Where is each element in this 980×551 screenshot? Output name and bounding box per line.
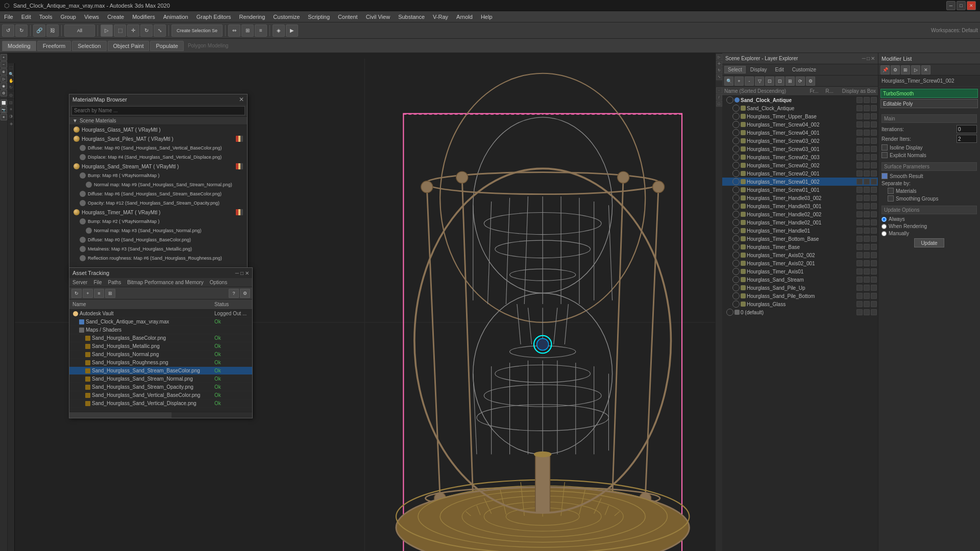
hierarchy-icon[interactable]: ⊗: [1, 68, 7, 75]
tree-visibility-icon[interactable]: [732, 211, 740, 218]
at-row[interactable]: Sand_Hourglass_Sand_Stream_Normal.pngOk: [69, 375, 252, 383]
menu-item-content[interactable]: Content: [334, 11, 362, 22]
menu-item-graph-editors[interactable]: Graph Editors: [192, 11, 235, 22]
at-file-menu[interactable]: File: [90, 278, 105, 287]
at-help-btn[interactable]: ?: [229, 289, 239, 298]
mat-timer-normal[interactable]: Normal map: Map #3 (Sand_Hourglass_Norma…: [69, 226, 247, 235]
select-link-button[interactable]: 🔗: [33, 24, 45, 37]
explicit-checkbox[interactable]: [881, 152, 888, 158]
layer-manager-button[interactable]: ≡: [255, 24, 267, 37]
asset-tracking-header[interactable]: Asset Tracking ─ □ ✕: [69, 268, 252, 278]
mod-history-btn[interactable]: ⊞: [901, 65, 910, 74]
at-scrollbar[interactable]: [69, 412, 252, 418]
scale-button[interactable]: ⤡: [154, 24, 166, 37]
tree-visibility-icon[interactable]: [732, 292, 740, 299]
material-search-input[interactable]: [71, 106, 245, 115]
always-radio[interactable]: [881, 217, 887, 222]
menu-item-animation[interactable]: Animation: [159, 11, 192, 22]
tree-item[interactable]: Hourglass_Sand_Stream: [722, 276, 878, 284]
render-icon[interactable]: ⬜: [1, 99, 7, 106]
at-paths-menu[interactable]: Paths: [105, 278, 125, 287]
menu-item-edit[interactable]: Edit: [17, 11, 35, 22]
mat-hourglass-glass[interactable]: Hourglass_Glass_MAT ( VRayMtl ): [69, 125, 247, 134]
se-sync-btn[interactable]: ⟳: [796, 77, 805, 86]
utilities-icon[interactable]: ⚙: [1, 90, 7, 96]
redo-button[interactable]: ↻: [15, 24, 28, 37]
mat-timer[interactable]: Hourglass_Timer_MAT ( VRayMtl ): [69, 208, 247, 217]
se-collapse-btn[interactable]: -: [745, 77, 754, 86]
rotate-button[interactable]: ↻: [140, 24, 153, 37]
at-row[interactable]: Sand_Hourglass_Normal.pngOk: [69, 350, 252, 359]
tree-visibility-icon[interactable]: [732, 129, 740, 136]
menu-item-tools[interactable]: Tools: [35, 11, 57, 22]
se-select-none-btn[interactable]: ⊡: [775, 77, 785, 86]
tree-item[interactable]: Hourglass_Sand_Pile_Up: [722, 284, 878, 292]
mat-timer-bump[interactable]: Bump: Map #2 ( VRayNormalMap ): [69, 217, 247, 226]
tree-item[interactable]: Hourglass_Timer_Handle03_002: [722, 194, 878, 202]
menu-item-customize[interactable]: Customize: [269, 11, 304, 22]
tree-visibility-icon[interactable]: [732, 105, 740, 112]
tree-visibility-icon[interactable]: [732, 162, 740, 169]
display-icon[interactable]: ◉: [1, 83, 7, 89]
orbit-icon[interactable]: ↻: [8, 84, 14, 90]
tree-item[interactable]: Hourglass_Timer_Handle02_002: [722, 210, 878, 218]
lighting-icon[interactable]: ☀: [8, 106, 14, 112]
zoom-extents-icon[interactable]: ⬚: [8, 64, 14, 70]
menu-item-file[interactable]: File: [0, 11, 17, 22]
at-settings-btn[interactable]: ⚙: [240, 289, 250, 298]
at-options-menu[interactable]: Options: [207, 278, 230, 287]
mod-configure-btn[interactable]: ⚙: [891, 65, 900, 74]
mod-turbosmooth[interactable]: TurboSmooth: [880, 89, 978, 98]
at-view-thumb-btn[interactable]: ⊞: [105, 289, 115, 298]
maximize-button[interactable]: □: [957, 1, 966, 10]
menu-item-help[interactable]: Help: [477, 11, 497, 22]
mat-sand-piles[interactable]: Hourglass_Sand_Piles_MAT ( VRayMtl ): [69, 134, 247, 143]
render-frame-button[interactable]: ▶: [286, 24, 298, 37]
mat-stream-diffuse[interactable]: Diffuse: Map #6 (Sand_Hourglass_Sand_Str…: [69, 189, 247, 198]
shadow-icon[interactable]: ◑: [8, 113, 14, 119]
at-row[interactable]: Sand_Hourglass_Sand_Stream_BaseColor.png…: [69, 367, 252, 375]
mat-sand-piles-diffuse[interactable]: Diffuse: Map #0 (Sand_Hourglass_Sand_Ver…: [69, 143, 247, 153]
menu-item-modifiers[interactable]: Modifiers: [128, 11, 159, 22]
create-selection-btn[interactable]: Create Selection Se: [172, 24, 223, 37]
tree-item[interactable]: Hourglass_Timer_Base: [722, 243, 878, 251]
tree-visibility-icon[interactable]: [732, 268, 740, 275]
tree-visibility-icon[interactable]: [732, 121, 740, 128]
tab-object-paint[interactable]: Object Paint: [108, 41, 150, 51]
at-maximize-btn[interactable]: □: [240, 270, 243, 276]
tree-item[interactable]: Hourglass_Timer_Screw02_001: [722, 169, 878, 178]
mod-remove-btn[interactable]: ✕: [921, 65, 930, 74]
tree-item[interactable]: Hourglass_Timer_Screw01_001: [722, 186, 878, 194]
tree-item[interactable]: Hourglass_Timer_Screw02_002: [722, 161, 878, 169]
menu-item-create[interactable]: Create: [103, 11, 128, 22]
at-minimize-btn[interactable]: ─: [235, 270, 239, 276]
tree-visibility-icon[interactable]: [732, 243, 740, 251]
material-browser-header[interactable]: Material/Map Browser ✕: [69, 94, 247, 105]
scene-materials-group[interactable]: ▼ Scene Materials: [69, 117, 247, 125]
se-expand-btn[interactable]: +: [734, 77, 744, 86]
vp-subobj-vert[interactable]: ·: [716, 87, 722, 93]
at-refresh-btn[interactable]: ↻: [71, 289, 82, 298]
tab-modeling[interactable]: Modeling: [2, 41, 36, 51]
at-view-list-btn[interactable]: ≡: [94, 289, 104, 298]
se-search-btn[interactable]: 🔍: [724, 77, 733, 86]
mod-editable-poly[interactable]: Editable Poly: [880, 99, 978, 108]
move-button[interactable]: ✛: [127, 24, 139, 37]
tree-item[interactable]: Hourglass_Timer_Axis01: [722, 267, 878, 276]
se-tab-edit[interactable]: Edit: [772, 66, 788, 73]
tree-item[interactable]: Hourglass_Timer_Screw01_002: [722, 178, 878, 186]
material-browser-close[interactable]: ✕: [239, 96, 244, 103]
tree-visibility-icon[interactable]: [732, 186, 740, 193]
mod-pin-btn[interactable]: 📌: [880, 65, 890, 74]
at-row[interactable]: Sand_Hourglass_Roughness.pngOk: [69, 359, 252, 367]
render-setup-button[interactable]: ◈: [273, 24, 285, 37]
tree-item[interactable]: Sand_Clock_Antique: [722, 104, 878, 112]
at-row[interactable]: Maps / Shaders: [69, 326, 252, 334]
mat-sand-piles-displace[interactable]: Displace: Map #4 (Sand_Hourglass_Sand_Ve…: [69, 153, 247, 162]
tree-item[interactable]: Hourglass_Timer_Screw04_002: [722, 120, 878, 129]
manually-radio[interactable]: [881, 231, 887, 236]
point-of-view-icon[interactable]: ◎: [8, 92, 14, 98]
render-iters-input[interactable]: [957, 135, 977, 143]
se-close-btn[interactable]: ✕: [871, 56, 875, 61]
tab-populate[interactable]: Populate: [150, 41, 183, 51]
